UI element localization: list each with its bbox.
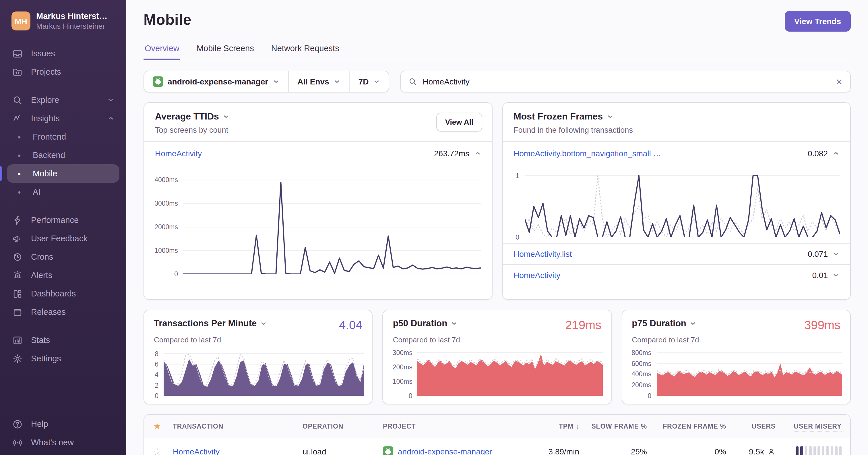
y-axis-tick: 800ms [627,349,651,356]
sidebar-item-crons[interactable]: Crons [7,248,119,266]
sidebar-item-whats-new[interactable]: What's new [7,433,119,452]
misery-bar [813,446,816,455]
environment-selector-value: All Envs [298,77,329,86]
tab-overview[interactable]: Overview [144,44,181,60]
misery-bar [830,446,833,455]
starred-column-icon: ★ [153,421,173,431]
tab-network-requests[interactable]: Network Requests [270,44,340,60]
y-axis-tick: 600ms [627,360,651,367]
sidebar-item-releases[interactable]: Releases [7,303,119,321]
transaction-link[interactable]: HomeActivity.bottom_navigation_small … [514,149,661,158]
transaction-link[interactable]: HomeActivity [155,149,202,158]
column-header-project[interactable]: PROJECT [383,423,524,430]
sidebar-item-label: Settings [31,354,114,363]
org-user-switcher[interactable]: MH Markus Hinterst… Markus Hintersteiner [7,11,119,30]
misery-bar [800,446,803,455]
column-header-tpm[interactable]: TPM ↓ [524,422,579,430]
releases-box-icon [12,307,23,317]
chevron-down-icon[interactable] [451,320,458,327]
p50-duration-card: p50 Duration 219ms Compared to last 7d 3… [383,310,612,404]
star-toggle-icon[interactable]: ☆ [153,446,173,455]
chevron-down-icon[interactable] [690,320,696,327]
metric-value: 219ms [565,318,601,332]
sidebar-item-label: User Feedback [31,234,114,243]
explore-search-icon [12,94,23,106]
column-header-frozen-frame[interactable]: FROZEN FRAME % [647,423,726,430]
sidebar-item-projects[interactable]: Projects [7,63,119,81]
view-trends-button[interactable]: View Trends [784,11,851,32]
column-header-slow-frame[interactable]: SLOW FRAME % [579,423,647,430]
sidebar-item-label: Projects [31,67,114,77]
project-cell: android-expense-manager [383,446,524,455]
chevron-down-icon[interactable] [223,113,230,120]
bullet-icon: • [14,132,25,142]
performance-lightning-icon [12,215,23,226]
chevron-down-icon [273,78,280,85]
sidebar-item-dashboards[interactable]: Dashboards [7,284,119,303]
android-project-icon [153,77,163,87]
sidebar-item-help[interactable]: Help [7,415,119,433]
sidebar-item-alerts[interactable]: Alerts [7,266,119,284]
operation-cell: ui.load [303,447,383,455]
chevron-down-icon[interactable] [260,320,267,327]
project-link[interactable]: android-expense-manager [398,447,492,455]
sidebar-item-settings[interactable]: Settings [7,349,119,368]
transaction-search: ✕ [400,71,851,92]
sidebar-item-stats[interactable]: Stats [7,331,119,349]
transaction-link[interactable]: HomeActivity.list [514,249,572,258]
environment-selector[interactable]: All Envs [288,71,349,92]
search-input[interactable] [423,77,830,86]
sidebar-item-frontend[interactable]: • Frontend [7,127,119,146]
sidebar-item-backend[interactable]: • Backend [7,146,119,164]
sidebar-item-ai[interactable]: • AI [7,183,119,201]
project-selector[interactable]: android-expense-manager [144,71,288,92]
column-header-user-misery[interactable]: USER MISERY [776,423,842,430]
tab-mobile-screens[interactable]: Mobile Screens [195,44,255,60]
date-range-selector[interactable]: 7D [349,71,389,92]
column-header-users[interactable]: USERS [726,423,776,430]
sidebar-item-label: Help [31,419,114,429]
transaction-link[interactable]: HomeActivity [514,271,560,280]
metric-title: p50 Duration [393,318,447,329]
metric-value: 4.04 [339,318,363,332]
user-name: Markus Hinterst… [36,11,107,21]
clock-history-icon [12,251,23,262]
chevron-down-icon[interactable] [607,113,614,120]
sidebar-item-user-feedback[interactable]: User Feedback [7,229,119,248]
project-selector-value: android-expense-manager [167,77,268,86]
sidebar-item-performance[interactable]: Performance [7,211,119,229]
issues-icon [12,48,23,59]
bullet-icon: • [14,187,25,197]
bullet-icon: • [14,169,25,178]
sidebar-item-mobile[interactable]: • Mobile [7,164,119,183]
chevron-down-icon [334,78,341,85]
sidebar-item-insights[interactable]: Insights [7,109,119,127]
clear-search-icon[interactable]: ✕ [836,77,843,86]
misery-bar [839,446,842,455]
sidebar-item-label: Alerts [31,271,114,280]
expand-chevron-down-icon[interactable] [832,251,839,257]
sidebar-item-label: Mobile [33,169,114,178]
collapse-chevron-up-icon[interactable] [832,150,839,157]
expand-chevron-down-icon[interactable] [832,272,839,279]
view-all-button[interactable]: View All [437,113,482,132]
sidebar-item-label: Frontend [33,132,114,141]
insights-icon [12,113,23,124]
column-header-transaction[interactable]: TRANSACTION [173,423,303,430]
y-axis-tick: 200ms [627,381,651,388]
sidebar-item-issues[interactable]: Issues [7,44,119,63]
sidebar-item-label: Releases [31,307,114,317]
misery-bar [817,446,820,455]
tpm-cell: 3.89/min [524,447,579,455]
y-axis-tick: 1 [509,172,519,179]
ttid-chart: 4000ms3000ms2000ms1000ms0 [151,175,481,274]
y-axis-tick: 3000ms [151,200,178,207]
sidebar-item-explore[interactable]: Explore [7,91,119,109]
collapse-chevron-up-icon[interactable] [474,150,481,157]
sidebar-item-label: AI [33,187,114,197]
transaction-link[interactable]: HomeActivity [173,447,303,455]
avatar: MH [11,11,30,30]
user-icon [767,447,776,455]
metric-title: p75 Duration [632,318,686,329]
column-header-operation[interactable]: OPERATION [303,423,383,430]
